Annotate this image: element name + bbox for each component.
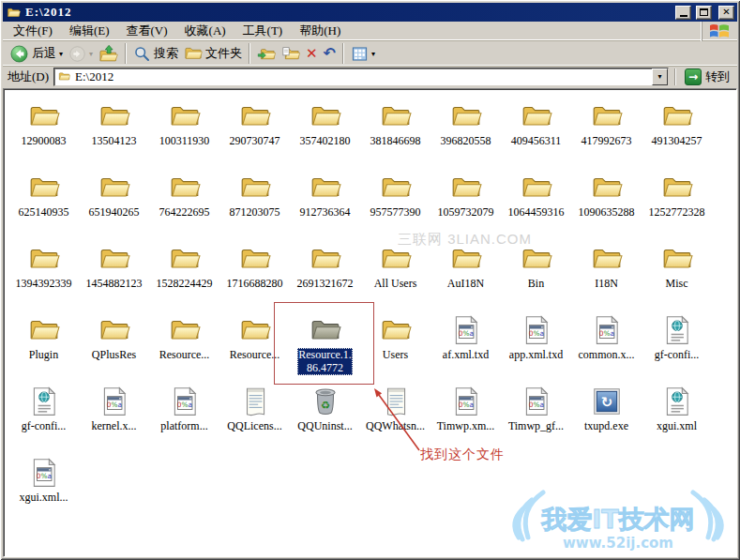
views-button[interactable]: ▾ — [348, 44, 378, 64]
file-item[interactable]: 1454882123 — [79, 238, 149, 310]
folder-icon — [239, 100, 271, 132]
address-folder-icon — [57, 70, 71, 83]
file-item[interactable]: af.xml.txd — [430, 310, 501, 381]
file-item[interactable]: 651940265 — [79, 167, 149, 238]
file-item[interactable]: xgui.xml — [642, 381, 712, 452]
file-item[interactable]: I18N — [571, 238, 642, 310]
file-item[interactable]: 1059732079 — [430, 167, 501, 238]
file-item[interactable]: Timwp.xm... — [430, 381, 501, 452]
folder-icon — [28, 172, 60, 204]
menu-item[interactable]: 帮助(H) — [291, 22, 349, 40]
move-to-button[interactable] — [254, 43, 279, 64]
file-name: Timwp.xm... — [436, 419, 496, 432]
menu-item[interactable]: 查看(V) — [118, 22, 176, 40]
file-item[interactable]: 1716688280 — [219, 238, 290, 310]
address-input[interactable]: E:\2012 ▾ — [53, 68, 669, 86]
views-dropdown-icon[interactable]: ▾ — [371, 50, 375, 58]
file-name: 1394392339 — [15, 277, 73, 290]
folder-icon — [661, 100, 693, 132]
folder-icon — [591, 243, 623, 275]
folder-icon — [98, 314, 130, 346]
maximize-button[interactable] — [696, 6, 712, 20]
file-item[interactable]: gf-confi... — [642, 310, 712, 381]
close-button[interactable]: ✕ — [718, 6, 734, 20]
folder-icon — [28, 243, 60, 275]
file-item[interactable]: 625140935 — [8, 167, 79, 238]
file-item[interactable]: 290730747 — [219, 96, 290, 167]
back-button[interactable]: 后退 ▾ — [7, 43, 66, 65]
folder-icon — [28, 314, 60, 346]
file-item[interactable]: platform... — [149, 381, 219, 452]
file-item[interactable]: 12900083 — [8, 96, 79, 167]
file-name: 1059732079 — [437, 205, 495, 219]
file-name: 625140935 — [18, 205, 70, 219]
delete-button[interactable]: ✕ — [303, 46, 321, 62]
file-item[interactable]: app.xml.txd — [501, 310, 571, 381]
file-item[interactable]: 409456311 — [501, 96, 571, 167]
file-item[interactable]: 417992673 — [571, 96, 642, 167]
file-name: Timwp_gf... — [507, 419, 565, 432]
file-item[interactable]: QQLicens... — [219, 381, 290, 452]
file-item[interactable]: Timwp_gf... — [501, 381, 571, 452]
file-item[interactable]: Users — [360, 310, 430, 381]
file-item[interactable]: 871203075 — [219, 167, 290, 238]
file-item[interactable]: 396820558 — [430, 96, 501, 167]
file-item[interactable]: QQUninst... — [290, 381, 360, 452]
undo-icon: ↶ — [324, 46, 336, 61]
file-name: 491304257 — [651, 134, 703, 147]
maximize-icon — [700, 8, 708, 16]
back-dropdown-icon[interactable]: ▾ — [59, 50, 63, 58]
file-item[interactable]: Misc — [642, 238, 712, 310]
search-button[interactable]: 搜索 — [130, 44, 181, 64]
file-item[interactable]: QPlusRes — [79, 310, 149, 381]
file-item[interactable]: 1252772328 — [642, 167, 712, 238]
menu-item[interactable]: 编辑(E) — [61, 22, 118, 40]
file-item[interactable]: 1090635288 — [571, 167, 642, 238]
go-button[interactable]: → 转到 — [682, 68, 734, 86]
file-item[interactable]: Bin — [501, 238, 571, 310]
file-item[interactable]: Resource... — [149, 310, 219, 381]
file-item[interactable]: AuI18N — [430, 238, 501, 310]
up-button[interactable] — [96, 43, 121, 65]
copy-to-button[interactable] — [279, 43, 303, 64]
file-item[interactable]: gf-confi... — [8, 381, 79, 452]
folder-icon — [591, 100, 623, 132]
file-name: 1064459316 — [507, 205, 566, 219]
file-item[interactable]: Resource.1. 86.4772 — [290, 310, 360, 381]
file-item[interactable]: common.x... — [571, 310, 642, 381]
forward-button[interactable]: ▾ — [66, 44, 96, 64]
file-item[interactable]: 764222695 — [149, 167, 219, 238]
file-item[interactable]: 491304257 — [642, 96, 712, 167]
forward-dropdown-icon[interactable]: ▾ — [89, 50, 93, 58]
undo-button[interactable]: ↶ — [321, 45, 339, 62]
content-area: 1290008313504123100311930290730747357402… — [3, 88, 737, 557]
file-grid: 1290008313504123100311930290730747357402… — [6, 91, 734, 554]
menu-item[interactable]: 收藏(A) — [176, 22, 234, 40]
file-item[interactable]: txupd.exe — [571, 381, 642, 452]
file-item[interactable]: 13504123 — [79, 96, 149, 167]
address-dropdown-button[interactable]: ▾ — [652, 68, 668, 85]
file-item[interactable]: 1064459316 — [501, 167, 571, 238]
file-item[interactable]: xgui.xml... — [8, 452, 79, 523]
file-item[interactable]: 2691321672 — [290, 238, 360, 310]
file-item[interactable]: 912736364 — [290, 167, 360, 238]
file-item[interactable]: Plugin — [8, 310, 79, 381]
file-item[interactable]: 1528224429 — [149, 238, 219, 310]
file-item[interactable]: 957577390 — [360, 167, 430, 238]
file-item[interactable]: QQWhatsn... — [360, 381, 430, 452]
file-item[interactable]: 357402180 — [290, 96, 360, 167]
file-item[interactable]: kernel.x... — [79, 381, 149, 452]
file-name: 912736364 — [299, 205, 352, 219]
file-item[interactable]: 381846698 — [360, 96, 430, 167]
file-item[interactable]: All Users — [360, 238, 430, 310]
file-item[interactable]: 100311930 — [149, 96, 219, 167]
minimize-button[interactable] — [675, 6, 691, 20]
txd-icon — [450, 386, 482, 417]
file-item[interactable]: 1394392339 — [8, 238, 79, 310]
folders-button[interactable]: 文件夹 — [181, 43, 245, 64]
file-item[interactable]: Resource... — [219, 310, 290, 381]
window-title: E:\2012 — [25, 5, 72, 20]
menu-item[interactable]: 工具(T) — [234, 22, 292, 40]
menu-item[interactable]: 文件(F) — [5, 22, 61, 40]
folder-icon — [239, 172, 271, 204]
